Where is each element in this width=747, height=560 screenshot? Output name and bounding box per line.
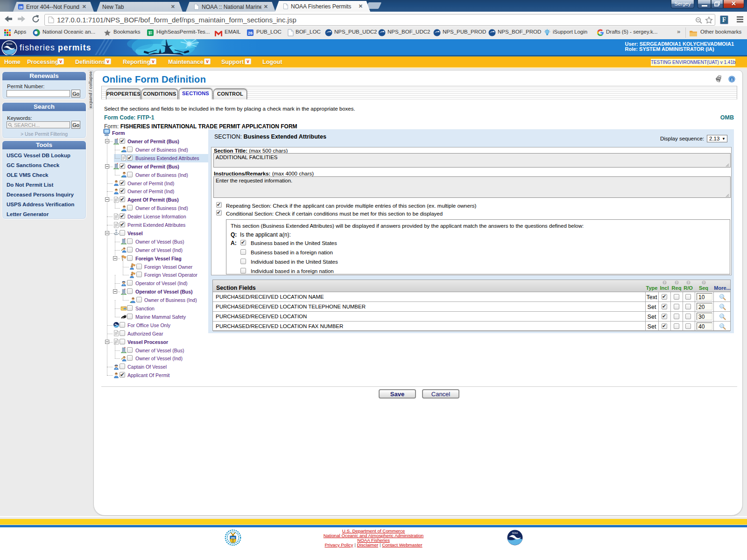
svg-text:?: ? [688, 281, 690, 284]
svg-text:26: 26 [248, 31, 253, 35]
svg-text:?: ? [664, 281, 666, 284]
svg-text:NOAA: NOAA [7, 43, 13, 45]
svg-text:?: ? [703, 281, 705, 284]
svg-text:26: 26 [19, 5, 22, 9]
svg-text:NOAA: NOAA [512, 532, 518, 534]
svg-text:?: ? [676, 281, 678, 284]
